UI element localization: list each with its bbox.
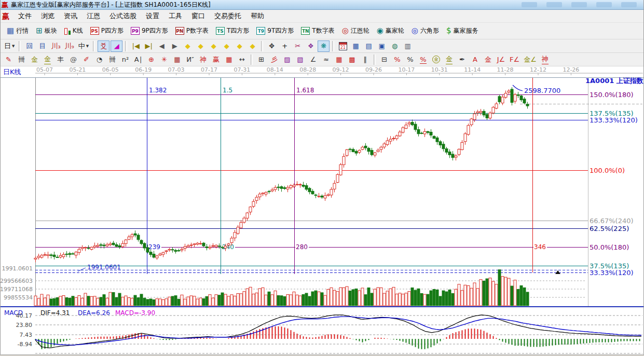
toolbar-button-pct-wave[interactable]: % — [391, 54, 403, 65]
toolbar-button-measure-cut[interactable]: ✂ — [292, 40, 304, 52]
toolbar-button-zoom-right[interactable]: ◆ — [195, 40, 207, 52]
toolbar-button-p-square[interactable]: PSP四方形 — [87, 26, 127, 35]
toolbar-button-grid-marks[interactable]: 卌 — [106, 54, 118, 65]
toolbar-button-gold-angle[interactable]: 金 — [482, 54, 494, 65]
toolbar-button-hexagon[interactable]: ◎六角形 — [408, 26, 443, 35]
toolbar-button-volume-pane[interactable]: ◢ — [111, 40, 122, 52]
toolbar-button-period-day[interactable]: 日▼ — [3, 40, 16, 52]
toolbar-button-remote-pc[interactable]: ▥ — [402, 40, 414, 52]
toolbar-button-shen-angle[interactable]: 神 — [539, 54, 551, 65]
toolbar-button-analysis-net[interactable]: ❋ — [318, 40, 330, 52]
toolbar-button-span-measure[interactable]: ↔ — [236, 54, 248, 65]
toolbar-button-red-grid[interactable]: ▦ — [333, 54, 345, 65]
toolbar-button-winner-service[interactable]: $赢家服务 — [443, 26, 482, 35]
toolbar-button-pen-mark[interactable]: ✒ — [456, 54, 468, 65]
toolbar-button-draw-compass[interactable]: ✎ — [3, 54, 15, 65]
toolbar-button-candle-style[interactable]: 中▼ — [77, 40, 90, 52]
toolbar-button-box-tool[interactable]: ⊞ — [255, 54, 267, 65]
volume-bar — [65, 298, 68, 306]
toolbar-button-mirror-a[interactable]: A∣ — [132, 54, 144, 65]
toolbar-button-pan-hand[interactable]: ✥ — [266, 40, 278, 52]
candle — [286, 187, 289, 189]
toolbar-button-info-panel[interactable]: 目 — [36, 40, 48, 52]
toolbar-button-star-burst[interactable]: ✳ — [158, 54, 170, 65]
menu-item-公式选股[interactable]: 公式选股 — [105, 10, 141, 22]
toolbar-button-n-squared[interactable]: n² — [119, 54, 131, 65]
toolbar-button-shade-box[interactable]: ▨ — [281, 54, 293, 65]
toolbar-button-9p-square[interactable]: P99P四方形 — [127, 26, 172, 35]
toolbar-button-wave-line[interactable]: ≈ — [320, 54, 332, 65]
toolbar-button-ruler-box[interactable]: ⊟ — [378, 54, 390, 65]
toolbar-button-gold-section[interactable]: 金 — [29, 54, 40, 65]
toolbar-button-nav-last[interactable]: ▶| — [143, 40, 155, 52]
toolbar-button-a-wave[interactable]: A — [469, 54, 481, 65]
toolbar-button-t-number-table[interactable]: TNT数字表 — [297, 26, 338, 35]
candle — [430, 132, 432, 135]
toolbar-button-nav-first[interactable]: |◀ — [130, 40, 142, 52]
toolbar-button-fib-lines[interactable]: 丰 — [54, 54, 66, 65]
toolbar-button-nav-prev[interactable]: ◀ — [156, 40, 168, 52]
toolbar-button-percent[interactable]: % — [404, 54, 416, 65]
toolbar-button-shrink-h[interactable]: ◆ — [221, 40, 232, 52]
toolbar-button-quotes[interactable]: ▦行情 — [3, 26, 32, 35]
toolbar-button-compass-2[interactable]: ✐ — [80, 54, 92, 65]
toolbar-button-gann-box-tool[interactable]: ❖ — [305, 40, 317, 52]
toolbar-button-gold-angle-2[interactable]: 金∠ — [522, 54, 538, 65]
candle — [149, 252, 152, 255]
menu-item-交易委托[interactable]: 交易委托 — [210, 10, 246, 22]
menu-item-设置[interactable]: 设置 — [141, 10, 164, 22]
volume-bar — [72, 296, 74, 306]
toolbar-button-calendar[interactable]: 21 — [337, 40, 349, 52]
toolbar-button-expand-h[interactable]: ◆ — [208, 40, 220, 52]
toolbar-button-time-cycle[interactable]: ◔ — [93, 54, 105, 65]
menu-item-江恩[interactable]: 江恩 — [82, 10, 105, 22]
toolbar-button-square-net[interactable]: ▦ — [171, 54, 183, 65]
menu-item-帮助[interactable]: 帮助 — [246, 10, 269, 22]
toolbar-button-ying-tool[interactable]: 赢 — [210, 54, 222, 65]
toolbar-button-pct-lines[interactable]: % — [417, 54, 429, 65]
menu-item-窗口[interactable]: 窗口 — [187, 10, 210, 22]
toolbar-button-number-grid[interactable]: ▦ — [223, 54, 235, 65]
toolbar-button-f-angle[interactable]: F∠ — [508, 54, 521, 65]
toolbar-button-p-number-table[interactable]: PNP数字表 — [172, 26, 212, 35]
toolbar-button-nav-next[interactable]: ▶ — [169, 40, 181, 52]
toolbar-button-angle-line[interactable]: ∠ — [307, 54, 319, 65]
toolbar-button-parallel-lines[interactable]: ∥ — [359, 54, 371, 65]
toolbar-button-shade-box-2[interactable]: ▧ — [294, 54, 306, 65]
toolbar-button-bars-3[interactable]: 川₃ — [49, 40, 62, 52]
toolbar-button-j-angle[interactable]: J∠ — [495, 54, 507, 65]
toolbar-button-bars-9[interactable]: 川₉ — [63, 40, 76, 52]
toolbar-button-gold-circle[interactable]: 金 — [430, 54, 442, 65]
toolbar-button-gann-lines[interactable]: 卌 — [16, 54, 28, 65]
toolbar-button-calculator[interactable]: ▦ — [350, 40, 362, 52]
toolbar-button-spiral[interactable]: @ — [67, 54, 79, 65]
toolbar-button-red-grid-2[interactable]: ▩ — [346, 54, 358, 65]
menu-item-文件[interactable]: 文件 — [13, 10, 36, 22]
toolbar-button-window-layout[interactable]: 回 — [23, 40, 35, 52]
menu-item-工具[interactable]: 工具 — [164, 10, 187, 22]
toolbar-button-shen-tool[interactable]: 神 — [197, 54, 209, 65]
date-tick-label: 10-17 — [398, 66, 415, 73]
toolbar-button-n-marks[interactable]: И″ — [184, 54, 196, 65]
toolbar-button-9t-square[interactable]: T99T四方形 — [253, 26, 297, 35]
toolbar-button-kline[interactable]: K线 — [61, 26, 87, 35]
toolbar-button-notepad[interactable]: ▤ — [363, 40, 375, 52]
menu-item-浏览[interactable]: 浏览 — [36, 10, 59, 22]
toolbar-button-expand-all[interactable]: ◆ — [246, 40, 258, 52]
toolbar-button-save[interactable]: ▣ — [376, 40, 388, 52]
toolbar-button-t-square[interactable]: TST四方形 — [212, 26, 253, 35]
toolbar-button-gold-lines[interactable]: 金 — [443, 54, 455, 65]
toolbar-button-shrink-all[interactable]: ◆ — [234, 40, 245, 52]
volume-bar — [93, 296, 96, 306]
toolbar-button-zoom-left[interactable]: ◆ — [182, 40, 194, 52]
toolbar-button-crosshair[interactable]: + — [279, 40, 291, 52]
toolbar-button-ray-fan[interactable]: 彡 — [268, 54, 280, 65]
toolbar-button-gold-section-2[interactable]: 金 — [42, 54, 53, 65]
toolbar-button-circle-cross[interactable]: ⊕ — [145, 54, 157, 65]
menu-item-资讯[interactable]: 资讯 — [59, 10, 82, 22]
toolbar-button-web-sync[interactable]: ◍ — [389, 40, 401, 52]
toolbar-button-gann-pattern[interactable]: 爻 — [98, 40, 109, 52]
toolbar-button-sectors[interactable]: ⊞板块 — [32, 26, 61, 35]
toolbar-button-gann-wheel[interactable]: ◎江恩轮 — [338, 26, 373, 35]
toolbar-button-winner-wheel[interactable]: ◉赢家轮 — [373, 26, 408, 35]
